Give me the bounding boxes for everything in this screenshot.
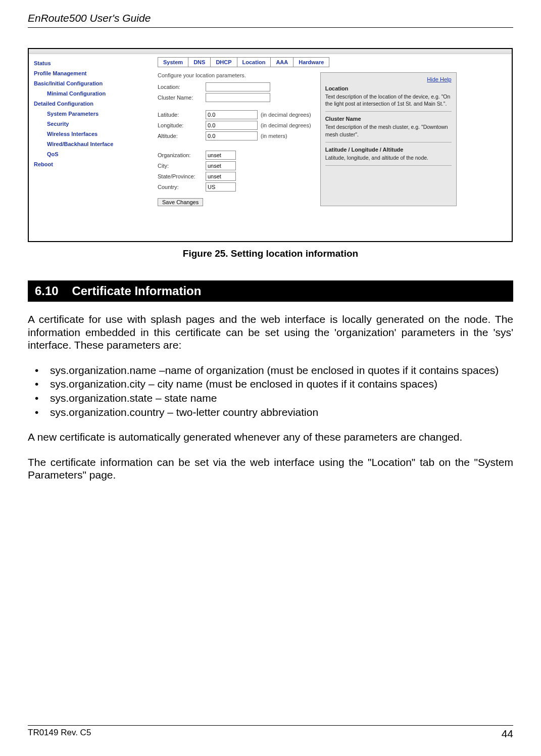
longitude-label: Longitude:	[158, 122, 206, 128]
screenshot-figure: StatusProfile ManagementBasic/Initial Co…	[28, 48, 513, 242]
help-text-location: Text description of the location of the …	[325, 93, 452, 107]
help-divider	[325, 165, 452, 166]
help-text-latlong: Latitude, longitude, and altitude of the…	[325, 154, 452, 161]
longitude-row: Longitude: (in decimal degrees)	[158, 121, 311, 130]
save-button[interactable]: Save Changes	[158, 198, 203, 206]
latitude-row: Latitude: (in decimal degrees)	[158, 110, 311, 119]
city-input[interactable]	[206, 161, 236, 170]
organization-label: Organization:	[158, 152, 206, 158]
latitude-label: Latitude:	[158, 112, 206, 118]
sidebar-item[interactable]: Wireless Interfaces	[34, 129, 147, 139]
sidebar-item[interactable]: Status	[34, 58, 147, 68]
city-row: City:	[158, 161, 311, 170]
state-input[interactable]	[206, 172, 236, 181]
help-heading-location: Location	[325, 85, 452, 91]
form-description: Configure your location parameters.	[158, 72, 311, 78]
tab[interactable]: Hardware	[293, 57, 329, 67]
form-area: Configure your location parameters. Loca…	[158, 72, 507, 206]
altitude-row: Altitude: (in meters)	[158, 131, 311, 140]
country-input[interactable]	[206, 182, 236, 192]
longitude-input[interactable]	[206, 121, 258, 130]
bullet-item: sys.organization.country – two-letter co…	[28, 406, 513, 419]
location-input[interactable]	[206, 82, 270, 91]
sidebar-item[interactable]: Basic/Initial Configuration	[34, 78, 147, 88]
hide-help-link[interactable]: Hide Help	[427, 76, 451, 82]
footer-left: TR0149 Rev. C5	[28, 728, 91, 740]
tab[interactable]: DNS	[188, 57, 211, 67]
ui-root: StatusProfile ManagementBasic/Initial Co…	[29, 54, 512, 241]
sidebar-item[interactable]: Security	[34, 119, 147, 129]
body-bullets: sys.organization.name –name of organizat…	[28, 364, 513, 418]
tab-bar: SystemDNSDHCPLocationAAAHardware	[158, 57, 507, 67]
organization-row: Organization:	[158, 151, 311, 160]
sidebar-item[interactable]: Minimal Configuration	[34, 88, 147, 99]
figure-caption: Figure 25. Setting location information	[28, 248, 513, 259]
altitude-unit: (in meters)	[261, 133, 287, 139]
sidebar-item[interactable]: QoS	[34, 149, 147, 159]
sidebar-item[interactable]: System Parameters	[34, 109, 147, 119]
header-rule	[28, 27, 513, 28]
section-heading: 6.10 Certificate Information	[28, 280, 513, 302]
form-column: Configure your location parameters. Loca…	[158, 72, 311, 206]
doc-header-title: EnRoute500 User's Guide	[28, 12, 513, 24]
sidebar: StatusProfile ManagementBasic/Initial Co…	[29, 54, 153, 241]
help-text-cluster: Text description of the mesh cluster, e.…	[325, 123, 452, 137]
state-row: State/Province:	[158, 172, 311, 181]
page-footer: TR0149 Rev. C5 44	[28, 725, 513, 740]
bullet-item: sys.organization.city – city name (must …	[28, 377, 513, 391]
state-label: State/Province:	[158, 173, 206, 179]
sidebar-item[interactable]: Detailed Configuration	[34, 99, 147, 109]
help-divider	[325, 142, 452, 143]
bullet-item: sys.organization.state – state name	[28, 392, 513, 405]
body-p3: The certificate information can be set v…	[28, 456, 513, 482]
organization-input[interactable]	[206, 151, 236, 160]
sidebar-item[interactable]: Reboot	[34, 159, 147, 169]
country-label: Country:	[158, 184, 206, 190]
tab[interactable]: DHCP	[210, 57, 237, 67]
altitude-label: Altitude:	[158, 133, 206, 139]
section-title: Certificate Information	[72, 284, 201, 298]
footer-page-number: 44	[502, 728, 513, 740]
altitude-input[interactable]	[206, 131, 258, 140]
cluster-label: Cluster Name:	[158, 94, 206, 101]
cluster-row: Cluster Name:	[158, 93, 311, 102]
sidebar-item[interactable]: Wired/Backhaul Interface	[34, 139, 147, 149]
tab[interactable]: AAA	[270, 57, 293, 67]
latitude-unit: (in decimal degrees)	[261, 112, 311, 118]
body-p2: A new certificate is automatically gener…	[28, 431, 513, 444]
section-number: 6.10	[35, 284, 59, 298]
main-panel: SystemDNSDHCPLocationAAAHardware Configu…	[153, 54, 512, 241]
longitude-unit: (in decimal degrees)	[261, 122, 311, 128]
help-divider	[325, 111, 452, 112]
bullet-item: sys.organization.name –name of organizat…	[28, 364, 513, 377]
tab[interactable]: System	[158, 57, 188, 67]
tab[interactable]: Location	[237, 57, 271, 67]
sidebar-item[interactable]: Profile Management	[34, 68, 147, 78]
help-heading-cluster: Cluster Name	[325, 116, 452, 122]
footer-rule	[28, 725, 513, 726]
help-panel: Hide Help Location Text description of t…	[320, 72, 457, 206]
location-row: Location:	[158, 82, 311, 91]
country-row: Country:	[158, 182, 311, 192]
latitude-input[interactable]	[206, 110, 258, 119]
body-p1: A certificate for use with splash pages …	[28, 313, 513, 352]
location-label: Location:	[158, 84, 206, 90]
city-label: City:	[158, 163, 206, 169]
help-heading-latlong: Latitude / Longitude / Altitude	[325, 147, 452, 153]
body-text: A certificate for use with splash pages …	[28, 313, 513, 482]
browser-chrome	[29, 49, 512, 54]
cluster-input[interactable]	[206, 93, 270, 102]
